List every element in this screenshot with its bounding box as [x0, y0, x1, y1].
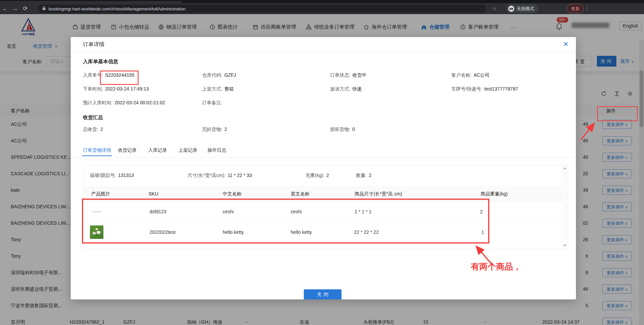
summary-intact-goods: 完好货物:2 — [202, 127, 227, 133]
box-dimensions: 尺寸(长*宽*高cm):11 * 22 * 33 — [188, 173, 252, 179]
box-quantity: 数量:2 — [356, 173, 372, 179]
col-product-image: 产品图片 — [91, 186, 110, 202]
field-order-remark: 订单备注: — [202, 100, 224, 106]
col-sku: SKU — [149, 186, 158, 202]
goods-row: 2022022test hello ketty hello ketty 22 *… — [83, 222, 563, 243]
field-inbound-no: 入库单号:S2203244155 — [83, 72, 134, 78]
cell-en-name: ceshi — [291, 202, 302, 222]
order-details-modal: 订单详情 ✕ 入库单基本信息 入库单号:S2203244155 仓库代码:GZF… — [71, 37, 576, 299]
scroll-up-icon[interactable] — [563, 167, 567, 169]
close-button[interactable]: 关闭 — [304, 289, 342, 299]
cell-size: 1 * 1 * 1 — [355, 202, 372, 222]
cell-weight: 2 — [471, 202, 483, 222]
field-warehouse-code: 仓库代码:GZFJ — [202, 72, 236, 78]
modal-tab-goods-details[interactable]: 订单货物详情 — [83, 147, 111, 153]
cell-size: 22 * 22 * 22 — [354, 222, 379, 243]
col-cn-name: 中文名称 — [223, 186, 242, 202]
field-order-time: 下单时间:2022-03-24 17:49:13 — [83, 86, 149, 92]
scroll-down-icon[interactable] — [563, 245, 567, 247]
browser-address-bar[interactable]: bookingmgr.hart-worldwide.com/#/stockMan… — [38, 5, 486, 13]
cell-sku: 2022022test — [150, 222, 175, 243]
browser-reload-icon[interactable]: ⟳ — [20, 5, 30, 12]
browser-toolbar: ← → ⟳ bookingmgr.hart-worldwide.com/#/st… — [0, 3, 644, 14]
col-weight: 商品重量(kg) — [481, 186, 508, 202]
box-gross-weight: 毛重(kg):2 — [305, 173, 329, 179]
summary-damaged-goods: 损坏货物:0 — [330, 127, 355, 133]
field-customer-name: 客户名称:AC公司 — [451, 72, 489, 78]
browser-back-icon[interactable]: ← — [0, 5, 10, 12]
col-size: 商品尺寸(长*宽*高 cm) — [355, 186, 402, 202]
product-image-placeholder — [91, 211, 101, 212]
modal-tab-shelving-records[interactable]: 上架记录 — [179, 147, 197, 153]
browser-tab-strip — [0, 0, 644, 3]
incognito-icon — [508, 5, 515, 12]
cell-weight: 1 — [472, 222, 484, 243]
goods-table-header: 产品图片 SKU 中文名称 英文名称 商品尺寸(长*宽*高 cm) 商品重量(k… — [83, 186, 563, 202]
cell-en-name: hello ketty — [291, 222, 312, 243]
field-order-status: 订单状态:收货中 — [330, 72, 366, 78]
url-text: bookingmgr.hart-worldwide.com/#/stockMan… — [49, 6, 186, 11]
bookmark-star-icon[interactable]: ☆ — [492, 6, 496, 12]
browser-forward-icon[interactable]: → — [10, 5, 20, 12]
summary-total-received: 总收货:2 — [83, 127, 103, 133]
divider — [71, 157, 576, 158]
modal-tab-inbound-records[interactable]: 入库记录 — [148, 147, 167, 153]
incognito-label: 无痕模式 — [517, 6, 534, 12]
modal-close-icon[interactable]: ✕ — [563, 41, 569, 47]
modal-title: 订单详情 — [83, 41, 104, 48]
cell-cn-name: ceshi — [223, 202, 234, 222]
field-expected-time: 预计入库时间:2022-03-24 00:02-21:02 — [83, 100, 165, 106]
cell-sku: dsfd123 — [150, 202, 166, 222]
col-en-name: 英文名称 — [291, 186, 310, 202]
goods-scroll-area: 箱唛/跟踪号:131313 尺寸(长*宽*高cm):11 * 22 * 33 毛… — [83, 165, 568, 249]
browser-menu-icon[interactable]: ⋮ — [585, 5, 590, 11]
product-image-rabbits[interactable] — [90, 225, 103, 239]
divider — [71, 51, 576, 51]
lock-icon — [42, 6, 46, 11]
browser-update-button[interactable]: 更新 — [567, 4, 584, 13]
basic-info-section-title: 入库单基本信息 — [83, 59, 118, 65]
modal-tab-receiving-records[interactable]: 收货记录 — [118, 147, 137, 153]
box-tracking-no: 箱唛/跟踪号:131313 — [90, 173, 134, 179]
inner-scrollbar[interactable] — [562, 166, 567, 248]
field-delivery-method: 派送方式:快递 — [330, 86, 362, 92]
goods-row: dsfd123 ceshi ceshi 1 * 1 * 1 2 — [83, 202, 563, 222]
screen: ← → ⟳ bookingmgr.hart-worldwide.com/#/st… — [0, 0, 644, 325]
box-info-bar: 箱唛/跟踪号:131313 尺寸(长*宽*高cm):11 * 22 * 33 毛… — [83, 165, 568, 186]
modal-tab-operation-log[interactable]: 操作日志 — [207, 147, 226, 153]
field-shelving-method: 上架方式:整箱 — [202, 86, 234, 92]
cell-cn-name: hello ketty — [223, 222, 244, 243]
incognito-badge: 无痕模式 — [506, 4, 538, 13]
field-tracking-no: 车牌号/快递号:test1377778787 — [451, 86, 518, 92]
receiving-summary-title: 收货汇总 — [83, 114, 103, 121]
